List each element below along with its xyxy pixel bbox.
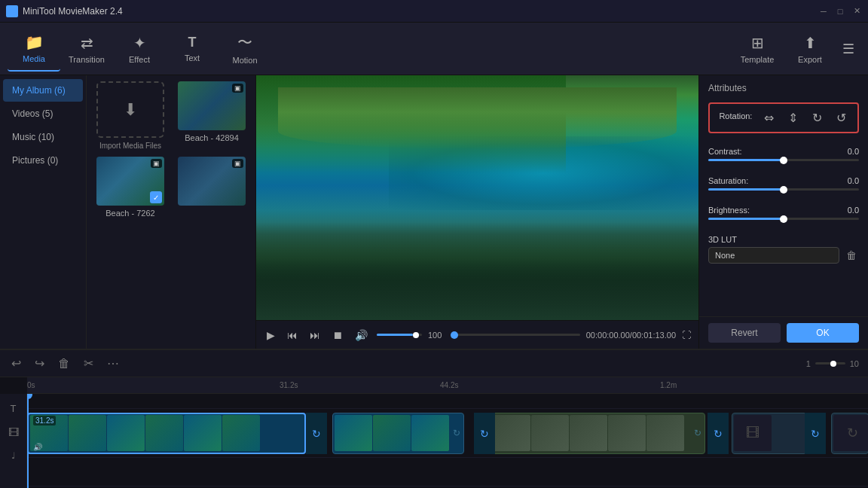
- video-controls: ▶ ⏮ ⏭ ⏹ 🔊 100 00:00:00.00/00:01:13.00 ⛶: [256, 320, 698, 349]
- media-icon: 📁: [25, 33, 44, 51]
- saturation-label: Saturation:: [708, 176, 748, 185]
- transition-element[interactable]: ↻: [805, 413, 826, 454]
- audio-icon: 🔊: [33, 443, 42, 451]
- sidebar-item-pictures[interactable]: Pictures (0): [3, 149, 83, 172]
- brightness-row: Brightness: 0.0: [708, 206, 859, 220]
- brightness-slider[interactable]: [708, 218, 859, 220]
- sidebar-item-music[interactable]: Music (10): [3, 126, 83, 148]
- toolbar-transition[interactable]: ⇄ Transition: [60, 26, 113, 72]
- toolbar-template-label: Template: [741, 55, 775, 64]
- close-button[interactable]: ✕: [851, 6, 862, 17]
- flip-v-button[interactable]: ⇕: [786, 108, 800, 127]
- next-frame-button[interactable]: ⏭: [307, 328, 323, 343]
- stop-button[interactable]: ⏹: [329, 328, 346, 343]
- undo-button[interactable]: ↩: [9, 354, 23, 373]
- saturation-slider[interactable]: [708, 188, 859, 191]
- maximize-button[interactable]: □: [835, 6, 845, 17]
- export-icon: ⬆: [804, 34, 817, 52]
- left-panel: My Album (6) Videos (5) Music (10) Pictu…: [0, 75, 256, 349]
- media-badge: ▣: [232, 159, 243, 168]
- attributes-header: Attributes: [699, 75, 868, 98]
- table-row[interactable]: ↻: [491, 413, 705, 454]
- redo-button[interactable]: ↪: [32, 354, 47, 373]
- audio-track: [27, 458, 868, 486]
- lut-select[interactable]: None: [708, 247, 839, 264]
- toolbar-media[interactable]: 📁 Media: [8, 26, 60, 72]
- progress-bar[interactable]: [451, 334, 580, 336]
- media-badge: ▣: [151, 159, 162, 168]
- playhead[interactable]: [27, 394, 29, 488]
- zoom-slider[interactable]: [815, 362, 845, 364]
- toolbar-effect-label: Effect: [129, 55, 150, 64]
- window-controls: ─ □ ✕: [818, 6, 862, 17]
- media-thumbnail[interactable]: ▣: [178, 157, 246, 206]
- saturation-section: Saturation: 0.0: [699, 172, 868, 201]
- lut-delete-button[interactable]: 🗑: [844, 247, 859, 264]
- audio-track-icon: ♩: [10, 446, 17, 465]
- minimize-button[interactable]: ─: [818, 6, 829, 17]
- volume-slider[interactable]: [377, 334, 422, 336]
- import-media-button[interactable]: ⬇: [96, 81, 164, 138]
- lut-label: 3D LUT: [708, 235, 737, 244]
- timeline-content: 0s 31.2s 44.2s 1.2m T 🎞 ♩: [0, 377, 868, 488]
- brightness-label: Brightness:: [708, 206, 750, 215]
- sidebar-item-album[interactable]: My Album (6): [3, 79, 83, 102]
- toolbar-template[interactable]: ⊞ Template: [731, 26, 784, 72]
- toolbar-motion[interactable]: 〜 Motion: [219, 26, 271, 72]
- media-thumbnail[interactable]: ▣ ✓: [96, 157, 164, 206]
- text-icon: T: [188, 35, 197, 50]
- rotate-cw-button[interactable]: ↻: [810, 108, 824, 127]
- attr-buttons: Revert OK: [699, 316, 868, 349]
- transition-element[interactable]: ↻: [708, 413, 729, 454]
- lut-row: None 🗑: [708, 247, 859, 264]
- hamburger-menu[interactable]: ☰: [836, 35, 860, 63]
- table-row[interactable]: 31.2s 🔊: [27, 413, 306, 454]
- contrast-label: Contrast:: [708, 147, 742, 156]
- lut-section: 3D LUT None 🗑: [699, 230, 868, 268]
- video-track-icon: 🎞: [7, 422, 20, 443]
- app-icon: [6, 5, 18, 17]
- media-thumbnail[interactable]: ▣: [178, 81, 246, 130]
- more-button[interactable]: ⋯: [105, 354, 121, 373]
- volume-button[interactable]: 🔊: [352, 328, 371, 343]
- sidebar-item-videos[interactable]: Videos (5): [3, 102, 83, 125]
- transition-element[interactable]: ↻: [474, 413, 495, 454]
- effect-icon: ✦: [133, 34, 146, 52]
- volume-value: 100: [428, 331, 445, 340]
- delete-button[interactable]: 🗑: [56, 355, 72, 373]
- zoom-start: 1: [806, 359, 811, 368]
- main-area: My Album (6) Videos (5) Music (10) Pictu…: [0, 75, 868, 349]
- rotation-box: Rotation: ⇔ ⇕ ↻ ↺: [708, 102, 859, 133]
- transition-icon: ⇄: [81, 34, 93, 52]
- play-button[interactable]: ▶: [264, 328, 278, 343]
- cut-button[interactable]: ✂: [81, 354, 96, 373]
- toolbar-text[interactable]: T Text: [166, 26, 219, 72]
- table-row[interactable]: 🎞: [732, 413, 807, 454]
- ok-button[interactable]: OK: [787, 323, 859, 343]
- revert-button[interactable]: Revert: [708, 323, 781, 343]
- rotate-ccw-button[interactable]: ↺: [834, 108, 848, 127]
- table-row[interactable]: ↻: [332, 413, 464, 454]
- ruler-mark-1: 31.2s: [280, 381, 298, 389]
- media-item-label: Beach - 42894: [185, 133, 239, 142]
- table-row[interactable]: ↻: [831, 413, 868, 454]
- template-icon: ⊞: [751, 34, 764, 52]
- toolbar-effect[interactable]: ✦ Effect: [113, 26, 166, 72]
- prev-button[interactable]: ⏮: [284, 328, 301, 343]
- time-display: 00:00:00.00/00:01:13.00: [586, 331, 676, 340]
- transition-element[interactable]: ↻: [306, 413, 327, 454]
- list-item: ▣: [174, 157, 249, 218]
- video-preview: [256, 75, 698, 320]
- import-icon: ⬇: [124, 100, 137, 120]
- saturation-row: Saturation: 0.0: [708, 176, 859, 191]
- import-label: Import Media Files: [96, 141, 164, 151]
- contrast-slider[interactable]: [708, 159, 859, 161]
- ruler-mark-3: 1.2m: [660, 381, 677, 389]
- text-track-icon: T: [9, 398, 18, 419]
- flip-h-button[interactable]: ⇔: [762, 108, 776, 127]
- contrast-value: 0.0: [848, 147, 859, 156]
- clip-refresh-icon: ↻: [453, 428, 460, 438]
- expand-button[interactable]: ⛶: [682, 330, 691, 340]
- toolbar-transition-label: Transition: [69, 55, 105, 64]
- toolbar-export[interactable]: ⬆ Export: [784, 26, 836, 72]
